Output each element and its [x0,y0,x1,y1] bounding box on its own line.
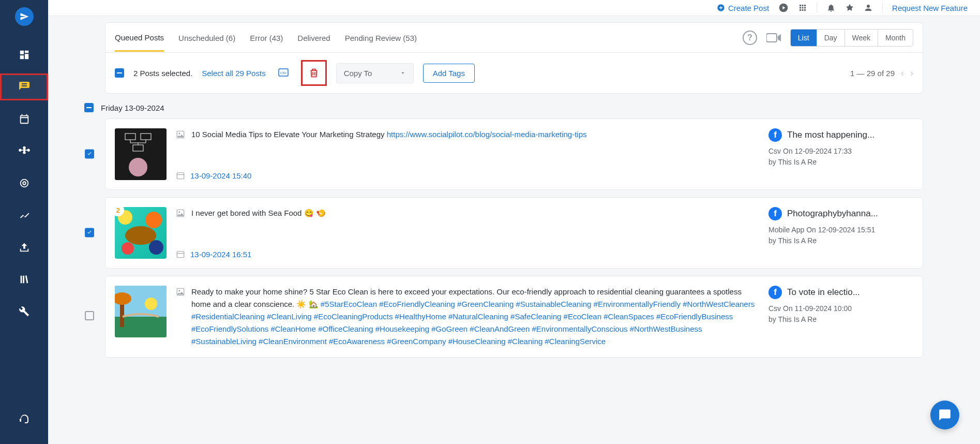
nav-calendar[interactable] [0,106,48,132]
svg-point-0 [20,180,28,187]
nav-analytics[interactable] [0,202,48,229]
post-author: by This Is A Re [768,314,913,325]
request-feature-link[interactable]: Request New Feature [892,4,968,12]
nav-tools[interactable] [0,298,48,325]
post-body: I never get bored with Sea Food 😋 🍤 13-0… [176,207,759,259]
image-icon [176,287,185,297]
post-schedule[interactable]: 13-09-2024 16:51 [176,249,759,259]
view-switch: List Day Week Month [790,29,913,47]
apps-icon[interactable] [798,3,807,12]
export-csv-button[interactable]: CSV [275,65,292,81]
delete-button[interactable] [306,65,322,81]
tab-pending-review[interactable]: Pending Review (53) [345,24,417,51]
nav-support[interactable] [0,407,48,434]
post-url[interactable]: https://www.socialpilot.co/blog/social-m… [387,130,587,139]
post-schedule[interactable]: 13-09-2024 15:40 [176,171,759,180]
svg-point-19 [178,132,180,134]
post-card: Ready to make your home shine? 5 Star Ec… [105,276,923,358]
nav-inbox[interactable] [0,234,48,261]
svg-rect-20 [177,173,184,179]
svg-rect-8 [86,107,92,108]
date-select-checkbox[interactable] [84,103,94,112]
topbar: Create Post Request New Feature [48,0,980,16]
tab-queued[interactable]: Queued Posts [115,24,164,52]
post-meta: f The most happening... Csv On 12-09-202… [768,128,913,180]
video-icon[interactable] [766,33,781,43]
svg-point-23 [145,212,162,228]
add-tags-button[interactable]: Add Tags [423,64,475,83]
tab-unscheduled[interactable]: Unscheduled (6) [178,24,235,51]
post-author: by This Is A Re [768,235,913,246]
post-thumbnail[interactable]: 2 [115,207,167,259]
view-day[interactable]: Day [817,29,845,46]
svg-rect-29 [177,251,184,258]
nav-posts[interactable] [0,73,48,100]
pagination: 1 — 29 of 29 ‹ › [850,68,913,79]
svg-text:CSV: CSV [280,71,286,75]
sidebar [0,0,48,444]
tab-error[interactable]: Error (43) [250,24,283,51]
app-logo[interactable] [15,7,34,26]
date-header: Friday 13-09-2024 [84,103,923,112]
selected-count-text: 2 Posts selected. [133,69,192,78]
copy-to-dropdown[interactable]: Copy To [336,63,414,83]
action-bar: 2 Posts selected. Select all 29 Posts CS… [105,53,923,93]
rocket-icon[interactable] [845,3,854,12]
svg-point-17 [129,158,147,176]
svg-point-25 [122,242,134,255]
nav-library[interactable] [0,266,48,293]
svg-point-33 [145,298,157,310]
account-name[interactable]: To vote in electio... [787,287,860,298]
post-card: 10 Social Media Tips to Elevate Your Mar… [105,119,923,190]
tab-delivered[interactable]: Delivered [297,24,330,51]
help-icon[interactable]: ? [743,31,757,45]
copy-to-label: Copy To [344,69,372,78]
post-checkbox[interactable] [85,150,94,159]
svg-rect-4 [766,34,777,42]
create-post-button[interactable]: Create Post [717,4,769,12]
post-meta: f Photographybyhanna... Mobile App On 12… [768,207,913,259]
svg-point-1 [23,182,26,185]
post-checkbox[interactable] [85,311,94,320]
select-all-checkbox[interactable] [115,68,124,78]
posts-panel: Queued Posts Unscheduled (6) Error (43) … [105,22,923,94]
svg-point-28 [178,211,180,213]
nav-connections[interactable] [0,138,48,165]
user-icon[interactable] [864,3,873,12]
pagination-prev[interactable]: ‹ [901,68,904,79]
post-source: Mobile App On 12-09-2024 15:51 [768,225,913,235]
nav-target[interactable] [0,170,48,197]
post-text: I never get bored with Sea Food 😋 🍤 [191,207,326,219]
post-text: Ready to make your home shine? 5 Star Ec… [191,286,759,348]
facebook-icon: f [768,207,782,220]
bell-icon[interactable] [826,3,836,12]
view-list[interactable]: List [791,29,817,46]
post-thumbnail[interactable] [115,128,167,180]
play-icon[interactable] [778,3,789,13]
post-source: Csv On 11-09-2024 10:00 [768,303,913,314]
pagination-next[interactable]: › [910,68,913,79]
account-name[interactable]: Photographybyhanna... [787,209,878,219]
nav-dashboard[interactable] [0,41,48,68]
post-source: Csv On 12-09-2024 17:33 [768,146,913,157]
view-week[interactable]: Week [845,29,879,46]
svg-rect-5 [117,72,122,73]
facebook-icon: f [768,286,782,299]
date-header-text: Friday 13-09-2024 [101,103,164,112]
pagination-text: 1 — 29 of 29 [850,69,895,78]
post-thumbnail[interactable] [115,286,167,337]
view-month[interactable]: Month [878,29,913,46]
post-text: 10 Social Media Tips to Elevate Your Mar… [191,128,587,141]
post-checkbox[interactable] [85,228,94,238]
chat-fab[interactable] [930,401,959,430]
post-body: Ready to make your home shine? 5 Star Ec… [176,286,759,348]
post-author: by This Is A Re [768,157,913,168]
tabs: Queued Posts Unscheduled (6) Error (43) … [105,23,923,53]
facebook-icon: f [768,128,782,142]
main: Create Post Request New Feature Queued P… [48,0,980,444]
select-all-link[interactable]: Select all 29 Posts [202,69,265,78]
image-icon [176,130,185,139]
post-meta: f To vote in electio... Csv On 11-09-202… [768,286,913,348]
account-name[interactable]: The most happening... [787,130,875,140]
image-icon [176,209,185,218]
